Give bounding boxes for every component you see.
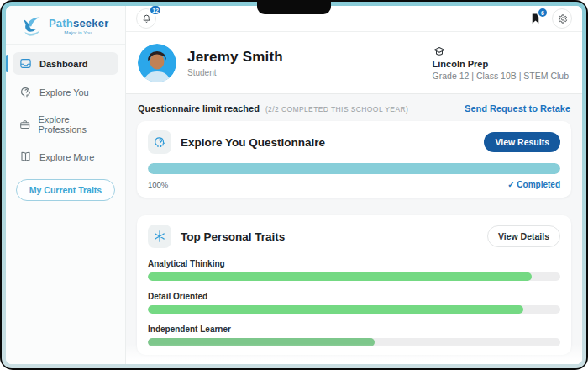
questionnaire-progress-track xyxy=(148,163,560,174)
dashboard-icon xyxy=(19,57,32,70)
sidebar-item-explore-professions[interactable]: Explore Professions xyxy=(13,109,118,140)
profile-header: Jeremy Smith Student Lincoln Prep Grade … xyxy=(126,32,582,94)
sidebar-item-explore-you[interactable]: Explore You xyxy=(13,81,118,103)
my-current-traits-button[interactable]: My Current Traits xyxy=(16,179,115,201)
school-name: Lincoln Prep xyxy=(433,59,489,69)
trait-track xyxy=(148,272,560,281)
bookmark-badge: 6 xyxy=(537,7,549,18)
view-results-button[interactable]: View Results xyxy=(484,132,560,152)
dashboard-content: Questionnaire limit reached (2/2 COMPLET… xyxy=(126,94,582,364)
sidebar-item-label: Explore Professions xyxy=(38,114,112,135)
send-request-to-retake-link[interactable]: Send Request to Retake xyxy=(465,103,570,114)
brand-name-secondary: seeker xyxy=(73,17,108,29)
trait-label: Detail Oriented xyxy=(148,292,560,301)
questionnaire-icon-tile xyxy=(148,130,171,154)
briefcase-icon xyxy=(19,119,30,131)
main-area: 12 6 xyxy=(126,6,582,364)
bookmarks-button[interactable]: 6 xyxy=(529,12,542,25)
trait-track xyxy=(148,338,560,346)
avatar xyxy=(138,44,176,82)
topbar-right: 6 xyxy=(529,8,572,29)
sidebar-item-label: Dashboard xyxy=(39,59,87,69)
profile-name-block: Jeremy Smith Student xyxy=(187,49,283,77)
notifications-button[interactable]: 12 xyxy=(136,8,156,29)
explore-you-head-icon xyxy=(153,135,166,149)
sparkle-icon xyxy=(153,230,166,243)
traits-card-title: Top Personal Traits xyxy=(181,230,285,243)
trait-fill xyxy=(148,272,532,281)
trait-row-independent-learner: Independent Learner xyxy=(148,325,560,346)
trait-row-detail-oriented: Detail Oriented xyxy=(148,292,560,314)
bell-icon xyxy=(141,13,152,24)
trait-row-analytical-thinking: Analytical Thinking xyxy=(148,259,560,281)
sailfish-logo-icon xyxy=(19,14,45,37)
questionnaire-card: Explore You Questionnaire View Results 1… xyxy=(137,121,571,198)
school-details: Grade 12 | Class 10B | STEM Club xyxy=(433,71,569,81)
profile-name: Jeremy Smith xyxy=(187,49,283,66)
app-window: Pathseeker Major in You. Dashboard xyxy=(6,6,582,364)
notification-badge: 12 xyxy=(149,6,162,16)
trait-track xyxy=(148,305,560,314)
traits-icon-tile xyxy=(148,225,171,248)
completed-status: ✓ Completed xyxy=(507,180,560,189)
traits-card-header: Top Personal Traits View Details xyxy=(148,225,560,248)
limit-title: Questionnaire limit reached xyxy=(138,103,260,114)
sidebar-nav: Dashboard Explore You Explore Profession… xyxy=(6,45,125,168)
questionnaire-card-title: Explore You Questionnaire xyxy=(181,136,325,149)
brand-name-primary: Path xyxy=(49,17,73,29)
brand-tagline: Major in You. xyxy=(49,30,108,35)
avatar-photo xyxy=(138,44,176,82)
limit-note: (2/2 COMPLETED THIS SCHOOL YEAR) xyxy=(265,105,408,114)
questionnaire-progress-fill xyxy=(148,163,560,174)
profile-role: Student xyxy=(187,68,283,77)
graduation-cap-icon xyxy=(433,45,446,57)
trait-label: Independent Learner xyxy=(148,325,560,334)
questionnaire-card-header: Explore You Questionnaire View Results xyxy=(148,130,560,154)
sidebar: Pathseeker Major in You. Dashboard xyxy=(6,6,126,364)
trait-fill xyxy=(148,305,523,314)
questionnaire-card-footer: 100% ✓ Completed xyxy=(148,180,560,189)
sidebar-item-label: Explore More xyxy=(39,152,94,162)
sidebar-item-dashboard[interactable]: Dashboard xyxy=(13,52,118,75)
open-book-icon xyxy=(19,151,32,163)
device-frame: Pathseeker Major in You. Dashboard xyxy=(0,0,588,370)
school-info: Lincoln Prep Grade 12 | Class 10B | STEM… xyxy=(433,45,569,81)
explore-you-head-icon xyxy=(19,86,32,98)
brand-text: Pathseeker Major in You. xyxy=(49,17,108,35)
view-details-button[interactable]: View Details xyxy=(487,225,560,247)
progress-percent-label: 100% xyxy=(148,180,168,189)
questionnaire-limit-banner: Questionnaire limit reached (2/2 COMPLET… xyxy=(126,94,582,121)
brand-logo: Pathseeker Major in You. xyxy=(6,6,125,45)
settings-button[interactable] xyxy=(552,8,572,29)
sidebar-item-explore-more[interactable]: Explore More xyxy=(13,145,118,168)
trait-fill xyxy=(148,338,375,346)
gear-icon xyxy=(557,13,568,24)
sidebar-item-label: Explore You xyxy=(39,87,89,98)
topbar: 12 6 xyxy=(126,6,582,32)
traits-card: Top Personal Traits View Details Analyti… xyxy=(137,215,571,355)
trait-label: Analytical Thinking xyxy=(148,259,560,268)
camera-notch xyxy=(257,2,331,14)
